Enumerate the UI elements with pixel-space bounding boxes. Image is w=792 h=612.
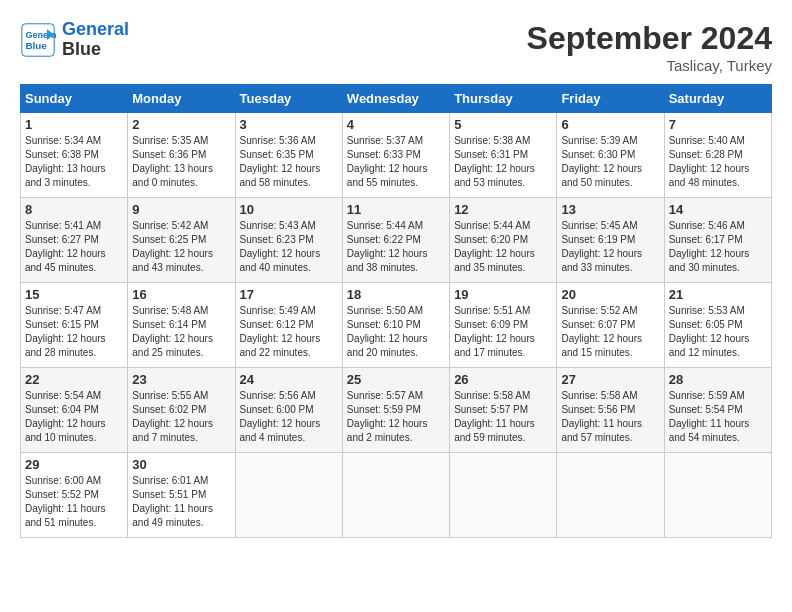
- day-info: Sunrise: 5:38 AMSunset: 6:31 PMDaylight:…: [454, 134, 552, 190]
- day-cell-7: 7 Sunrise: 5:40 AMSunset: 6:28 PMDayligh…: [664, 113, 771, 198]
- day-cell-15: 15 Sunrise: 5:47 AMSunset: 6:15 PMDaylig…: [21, 283, 128, 368]
- day-cell-9: 9 Sunrise: 5:42 AMSunset: 6:25 PMDayligh…: [128, 198, 235, 283]
- logo-text: GeneralBlue: [62, 20, 129, 60]
- day-number: 17: [240, 287, 338, 302]
- day-info: Sunrise: 5:35 AMSunset: 6:36 PMDaylight:…: [132, 134, 230, 190]
- day-cell-1: 1 Sunrise: 5:34 AMSunset: 6:38 PMDayligh…: [21, 113, 128, 198]
- day-info: Sunrise: 5:50 AMSunset: 6:10 PMDaylight:…: [347, 304, 445, 360]
- day-info: Sunrise: 5:44 AMSunset: 6:22 PMDaylight:…: [347, 219, 445, 275]
- title-block: September 2024 Taslicay, Turkey: [527, 20, 772, 74]
- day-number: 7: [669, 117, 767, 132]
- day-number: 25: [347, 372, 445, 387]
- logo-icon: General Blue: [20, 22, 56, 58]
- day-cell-4: 4 Sunrise: 5:37 AMSunset: 6:33 PMDayligh…: [342, 113, 449, 198]
- col-sunday: Sunday: [21, 85, 128, 113]
- day-cell-26: 26 Sunrise: 5:58 AMSunset: 5:57 PMDaylig…: [450, 368, 557, 453]
- day-cell-3: 3 Sunrise: 5:36 AMSunset: 6:35 PMDayligh…: [235, 113, 342, 198]
- day-number: 18: [347, 287, 445, 302]
- day-cell-18: 18 Sunrise: 5:50 AMSunset: 6:10 PMDaylig…: [342, 283, 449, 368]
- day-number: 1: [25, 117, 123, 132]
- day-number: 6: [561, 117, 659, 132]
- day-cell-25: 25 Sunrise: 5:57 AMSunset: 5:59 PMDaylig…: [342, 368, 449, 453]
- day-info: Sunrise: 5:41 AMSunset: 6:27 PMDaylight:…: [25, 219, 123, 275]
- calendar-week-4: 22 Sunrise: 5:54 AMSunset: 6:04 PMDaylig…: [21, 368, 772, 453]
- day-number: 19: [454, 287, 552, 302]
- calendar-week-1: 1 Sunrise: 5:34 AMSunset: 6:38 PMDayligh…: [21, 113, 772, 198]
- day-info: Sunrise: 5:47 AMSunset: 6:15 PMDaylight:…: [25, 304, 123, 360]
- day-number: 5: [454, 117, 552, 132]
- day-info: Sunrise: 5:44 AMSunset: 6:20 PMDaylight:…: [454, 219, 552, 275]
- day-number: 12: [454, 202, 552, 217]
- day-number: 28: [669, 372, 767, 387]
- col-monday: Monday: [128, 85, 235, 113]
- day-cell-30: 30 Sunrise: 6:01 AMSunset: 5:51 PMDaylig…: [128, 453, 235, 538]
- day-cell-14: 14 Sunrise: 5:46 AMSunset: 6:17 PMDaylig…: [664, 198, 771, 283]
- day-info: Sunrise: 5:55 AMSunset: 6:02 PMDaylight:…: [132, 389, 230, 445]
- day-cell-6: 6 Sunrise: 5:39 AMSunset: 6:30 PMDayligh…: [557, 113, 664, 198]
- day-cell-17: 17 Sunrise: 5:49 AMSunset: 6:12 PMDaylig…: [235, 283, 342, 368]
- day-info: Sunrise: 5:51 AMSunset: 6:09 PMDaylight:…: [454, 304, 552, 360]
- day-cell-22: 22 Sunrise: 5:54 AMSunset: 6:04 PMDaylig…: [21, 368, 128, 453]
- day-cell-5: 5 Sunrise: 5:38 AMSunset: 6:31 PMDayligh…: [450, 113, 557, 198]
- day-info: Sunrise: 5:34 AMSunset: 6:38 PMDaylight:…: [25, 134, 123, 190]
- day-number: 8: [25, 202, 123, 217]
- calendar-week-5: 29 Sunrise: 6:00 AMSunset: 5:52 PMDaylig…: [21, 453, 772, 538]
- day-info: Sunrise: 5:59 AMSunset: 5:54 PMDaylight:…: [669, 389, 767, 445]
- day-info: Sunrise: 6:01 AMSunset: 5:51 PMDaylight:…: [132, 474, 230, 530]
- day-info: Sunrise: 5:53 AMSunset: 6:05 PMDaylight:…: [669, 304, 767, 360]
- svg-text:Blue: Blue: [25, 40, 47, 51]
- day-cell-11: 11 Sunrise: 5:44 AMSunset: 6:22 PMDaylig…: [342, 198, 449, 283]
- day-info: Sunrise: 5:57 AMSunset: 5:59 PMDaylight:…: [347, 389, 445, 445]
- day-number: 11: [347, 202, 445, 217]
- day-number: 16: [132, 287, 230, 302]
- day-number: 22: [25, 372, 123, 387]
- day-info: Sunrise: 5:43 AMSunset: 6:23 PMDaylight:…: [240, 219, 338, 275]
- day-cell-27: 27 Sunrise: 5:58 AMSunset: 5:56 PMDaylig…: [557, 368, 664, 453]
- day-info: Sunrise: 5:36 AMSunset: 6:35 PMDaylight:…: [240, 134, 338, 190]
- day-number: 24: [240, 372, 338, 387]
- day-info: Sunrise: 5:40 AMSunset: 6:28 PMDaylight:…: [669, 134, 767, 190]
- day-number: 20: [561, 287, 659, 302]
- day-info: Sunrise: 6:00 AMSunset: 5:52 PMDaylight:…: [25, 474, 123, 530]
- day-cell-23: 23 Sunrise: 5:55 AMSunset: 6:02 PMDaylig…: [128, 368, 235, 453]
- day-cell-29: 29 Sunrise: 6:00 AMSunset: 5:52 PMDaylig…: [21, 453, 128, 538]
- day-info: Sunrise: 5:42 AMSunset: 6:25 PMDaylight:…: [132, 219, 230, 275]
- logo: General Blue GeneralBlue: [20, 20, 129, 60]
- day-info: Sunrise: 5:37 AMSunset: 6:33 PMDaylight:…: [347, 134, 445, 190]
- day-number: 13: [561, 202, 659, 217]
- day-info: Sunrise: 5:58 AMSunset: 5:57 PMDaylight:…: [454, 389, 552, 445]
- day-number: 30: [132, 457, 230, 472]
- calendar-table: Sunday Monday Tuesday Wednesday Thursday…: [20, 84, 772, 538]
- day-cell-28: 28 Sunrise: 5:59 AMSunset: 5:54 PMDaylig…: [664, 368, 771, 453]
- day-cell-8: 8 Sunrise: 5:41 AMSunset: 6:27 PMDayligh…: [21, 198, 128, 283]
- day-number: 3: [240, 117, 338, 132]
- col-saturday: Saturday: [664, 85, 771, 113]
- day-info: Sunrise: 5:46 AMSunset: 6:17 PMDaylight:…: [669, 219, 767, 275]
- day-number: 23: [132, 372, 230, 387]
- day-cell-16: 16 Sunrise: 5:48 AMSunset: 6:14 PMDaylig…: [128, 283, 235, 368]
- col-wednesday: Wednesday: [342, 85, 449, 113]
- day-number: 4: [347, 117, 445, 132]
- col-tuesday: Tuesday: [235, 85, 342, 113]
- day-number: 26: [454, 372, 552, 387]
- col-friday: Friday: [557, 85, 664, 113]
- day-cell-13: 13 Sunrise: 5:45 AMSunset: 6:19 PMDaylig…: [557, 198, 664, 283]
- day-cell-empty: [342, 453, 449, 538]
- day-cell-10: 10 Sunrise: 5:43 AMSunset: 6:23 PMDaylig…: [235, 198, 342, 283]
- day-cell-21: 21 Sunrise: 5:53 AMSunset: 6:05 PMDaylig…: [664, 283, 771, 368]
- day-info: Sunrise: 5:58 AMSunset: 5:56 PMDaylight:…: [561, 389, 659, 445]
- day-number: 21: [669, 287, 767, 302]
- day-number: 15: [25, 287, 123, 302]
- calendar-week-2: 8 Sunrise: 5:41 AMSunset: 6:27 PMDayligh…: [21, 198, 772, 283]
- day-number: 2: [132, 117, 230, 132]
- day-cell-empty: [450, 453, 557, 538]
- calendar-week-3: 15 Sunrise: 5:47 AMSunset: 6:15 PMDaylig…: [21, 283, 772, 368]
- day-info: Sunrise: 5:48 AMSunset: 6:14 PMDaylight:…: [132, 304, 230, 360]
- col-thursday: Thursday: [450, 85, 557, 113]
- day-info: Sunrise: 5:39 AMSunset: 6:30 PMDaylight:…: [561, 134, 659, 190]
- day-info: Sunrise: 5:49 AMSunset: 6:12 PMDaylight:…: [240, 304, 338, 360]
- day-number: 27: [561, 372, 659, 387]
- day-info: Sunrise: 5:52 AMSunset: 6:07 PMDaylight:…: [561, 304, 659, 360]
- day-number: 10: [240, 202, 338, 217]
- header-row: Sunday Monday Tuesday Wednesday Thursday…: [21, 85, 772, 113]
